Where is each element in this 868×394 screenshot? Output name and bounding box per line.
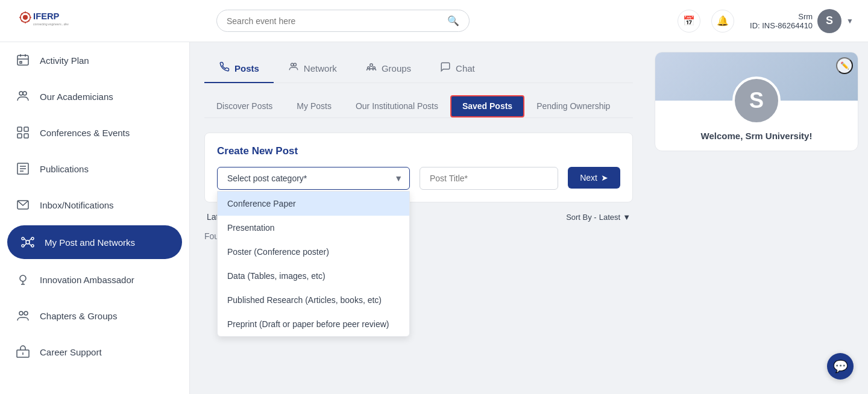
sidebar-item-publications[interactable]: Publications bbox=[0, 151, 189, 187]
sidebar: Activity Plan Our Academicians Conferenc… bbox=[0, 42, 190, 394]
sidebar-label-career: Career Support bbox=[40, 347, 102, 357]
dropdown-item-data[interactable]: Data (Tables, images, etc) bbox=[218, 264, 409, 288]
conferences-icon bbox=[14, 124, 31, 141]
svg-point-37 bbox=[20, 275, 26, 281]
sidebar-label-publications: Publications bbox=[40, 164, 89, 174]
tab-groups[interactable]: Groups bbox=[351, 54, 426, 83]
sidebar-label-my-post: My Post and Networks bbox=[45, 237, 135, 248]
sidebar-label-chapters: Chapters & Groups bbox=[40, 311, 117, 321]
svg-point-31 bbox=[22, 245, 24, 247]
next-button-label: Next bbox=[580, 173, 597, 183]
tab-chat[interactable]: Chat bbox=[426, 54, 489, 83]
dropdown-item-conference-paper[interactable]: Conference Paper bbox=[218, 192, 409, 216]
chat-float-icon: 💬 bbox=[833, 359, 848, 374]
tab-network[interactable]: Network bbox=[274, 54, 351, 83]
sidebar-label-academicians: Our Academicians bbox=[40, 92, 113, 102]
svg-line-7 bbox=[28, 20, 30, 21]
svg-point-17 bbox=[19, 92, 23, 95]
sort-by-label: Sort By - bbox=[566, 213, 597, 222]
sidebar-item-activity-plan[interactable]: Activity Plan bbox=[0, 42, 189, 78]
search-input[interactable] bbox=[227, 16, 447, 26]
sidebar-item-conferences[interactable]: Conferences & Events bbox=[0, 114, 189, 151]
my-post-icon bbox=[19, 234, 36, 251]
svg-line-35 bbox=[24, 243, 27, 246]
svg-text:connecting engineers...develop: connecting engineers...developing resear… bbox=[33, 22, 69, 25]
sidebar-label-innovation: Innovation Ambassador bbox=[40, 275, 134, 285]
dropdown-item-poster[interactable]: Poster (Conference poster) bbox=[218, 240, 409, 264]
activity-plan-icon bbox=[14, 52, 31, 69]
svg-line-9 bbox=[21, 20, 22, 21]
svg-point-38 bbox=[19, 311, 23, 315]
header-icons: 📅 🔔 Srm ID: INS-86264410 S ▼ bbox=[678, 9, 854, 33]
edit-profile-btn[interactable]: ✏️ bbox=[836, 57, 853, 74]
groups-tab-icon bbox=[366, 61, 377, 75]
sidebar-item-career[interactable]: Career Support bbox=[0, 334, 189, 370]
svg-line-8 bbox=[28, 13, 30, 14]
chapters-icon bbox=[14, 307, 31, 324]
category-select-wrapper: Select post category* Conference Paper P… bbox=[217, 167, 410, 190]
sub-tab-my-posts-label: My Posts bbox=[297, 101, 332, 111]
career-icon bbox=[14, 343, 31, 360]
sidebar-item-chapters[interactable]: Chapters & Groups bbox=[0, 298, 189, 334]
sub-tab-pending[interactable]: Pending Ownership bbox=[524, 95, 622, 118]
svg-line-33 bbox=[24, 239, 27, 241]
user-id: ID: INS-86264410 bbox=[750, 21, 813, 30]
user-menu-chevron[interactable]: ▼ bbox=[846, 17, 854, 25]
svg-line-36 bbox=[29, 243, 31, 246]
sidebar-item-inbox[interactable]: Inbox/Notifications bbox=[0, 187, 189, 223]
dropdown-item-preprint[interactable]: Preprint (Draft or paper before peer rev… bbox=[218, 312, 409, 336]
tab-posts-label: Posts bbox=[234, 63, 259, 73]
user-info: Srm ID: INS-86264410 S ▼ bbox=[750, 9, 854, 33]
network-tab-icon bbox=[288, 61, 299, 75]
sub-tab-institutional[interactable]: Our Institutional Posts bbox=[344, 95, 450, 118]
svg-point-29 bbox=[22, 237, 24, 240]
category-select[interactable]: Select post category* Conference Paper P… bbox=[217, 167, 410, 190]
publications-icon bbox=[14, 160, 31, 177]
create-post-section: Create New Post Select post category* Co… bbox=[204, 133, 633, 202]
posts-tab-icon bbox=[219, 61, 230, 75]
sub-tab-discover[interactable]: Discover Posts bbox=[204, 95, 285, 118]
profile-banner: ✏️ S bbox=[655, 52, 858, 101]
notification-icon-btn[interactable]: 🔔 bbox=[711, 10, 734, 33]
sidebar-label-conferences: Conferences & Events bbox=[40, 128, 130, 138]
profile-card: ✏️ S Welcome, Srm University! bbox=[655, 52, 858, 151]
right-panel: ✏️ S Welcome, Srm University! bbox=[645, 42, 868, 394]
sidebar-item-our-academicians[interactable]: Our Academicians bbox=[0, 78, 189, 114]
logo-area: IFERP connecting engineers...developing … bbox=[14, 6, 204, 36]
chat-float-button[interactable]: 💬 bbox=[827, 353, 854, 380]
dropdown-item-published-research[interactable]: Published Research (Articles, books, etc… bbox=[218, 288, 409, 312]
svg-rect-20 bbox=[24, 127, 28, 131]
sub-tab-pending-label: Pending Ownership bbox=[536, 101, 610, 111]
sidebar-item-my-post-networks[interactable]: My Post and Networks bbox=[7, 225, 182, 259]
profile-avatar-large: S bbox=[732, 77, 781, 125]
tab-groups-label: Groups bbox=[382, 63, 411, 73]
post-title-input[interactable] bbox=[420, 167, 558, 190]
svg-point-44 bbox=[370, 64, 373, 67]
next-button[interactable]: Next ➤ bbox=[568, 167, 620, 189]
sidebar-label-activity-plan: Activity Plan bbox=[40, 55, 89, 66]
sidebar-item-innovation[interactable]: Innovation Ambassador bbox=[0, 261, 189, 298]
sort-value: Latest bbox=[599, 213, 620, 222]
dropdown-item-presentation[interactable]: Presentation bbox=[218, 216, 409, 240]
sort-by[interactable]: Sort By - Latest ▼ bbox=[566, 213, 631, 222]
tab-posts[interactable]: Posts bbox=[204, 54, 274, 83]
iferp-logo: IFERP connecting engineers...developing … bbox=[14, 6, 69, 36]
main-tabs: Posts Network bbox=[204, 54, 633, 83]
calendar-icon-btn[interactable]: 📅 bbox=[678, 10, 700, 33]
sub-tab-discover-label: Discover Posts bbox=[216, 101, 272, 111]
inbox-icon bbox=[14, 196, 31, 213]
sub-tab-saved-label: Saved Posts bbox=[462, 101, 512, 111]
svg-line-6 bbox=[21, 13, 22, 14]
user-name: Srm bbox=[750, 12, 813, 21]
svg-point-43 bbox=[294, 63, 297, 66]
next-arrow-icon: ➤ bbox=[601, 173, 608, 183]
svg-point-18 bbox=[23, 92, 27, 95]
sub-tab-saved[interactable]: Saved Posts bbox=[450, 95, 524, 117]
sort-chevron-icon: ▼ bbox=[623, 213, 631, 222]
create-post-row: Select post category* Conference Paper P… bbox=[217, 167, 620, 190]
innovation-icon bbox=[14, 271, 31, 288]
svg-line-34 bbox=[29, 239, 31, 241]
sub-tab-my-posts[interactable]: My Posts bbox=[285, 95, 344, 118]
svg-rect-22 bbox=[24, 134, 28, 138]
sub-tab-institutional-label: Our Institutional Posts bbox=[356, 101, 438, 111]
